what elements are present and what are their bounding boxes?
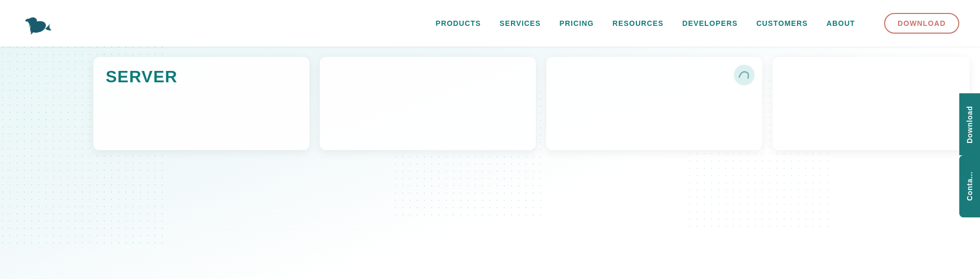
nav-links: PRODUCTS SERVICES PRICING RESOURCES DEVE… (436, 13, 960, 34)
nav-item-about[interactable]: ABOUT (827, 19, 855, 28)
download-button[interactable]: DOWNLOAD (884, 13, 959, 34)
nav-item-customers[interactable]: CUSTOMERS (756, 19, 807, 28)
nav-link-developers[interactable]: DEVELOPERS (683, 19, 738, 27)
card-3 (546, 57, 762, 150)
nav-link-resources[interactable]: RESOURCES (613, 19, 664, 27)
card-2 (320, 57, 536, 150)
svg-point-3 (734, 65, 755, 85)
logo-area (21, 5, 57, 41)
cards-container: SERVER (83, 52, 980, 155)
nav-item-services[interactable]: SERVICES (500, 19, 541, 28)
nav-link-about[interactable]: ABOUT (827, 19, 855, 27)
nav-item-pricing[interactable]: PRICING (560, 19, 594, 28)
nav-link-services[interactable]: SERVICES (500, 19, 541, 27)
side-panel: Download Conta... (959, 93, 980, 217)
nav-item-products[interactable]: PRODUCTS (436, 19, 481, 28)
card-3-icon (731, 62, 757, 88)
side-download-button[interactable]: Download (959, 93, 980, 155)
navbar: PRODUCTS SERVICES PRICING RESOURCES DEVE… (0, 0, 980, 47)
nav-item-download[interactable]: DOWNLOAD (874, 13, 959, 34)
card-server: SERVER (93, 57, 309, 150)
logo-icon (21, 5, 57, 41)
nav-link-products[interactable]: PRODUCTS (436, 19, 481, 27)
card-server-title: SERVER (106, 67, 297, 86)
nav-link-pricing[interactable]: PRICING (560, 19, 594, 27)
card-4 (773, 57, 970, 150)
nav-link-customers[interactable]: CUSTOMERS (756, 19, 807, 27)
main-content: SERVER (0, 47, 980, 279)
nav-item-developers[interactable]: DEVELOPERS (683, 19, 738, 28)
nav-item-resources[interactable]: RESOURCES (613, 19, 664, 28)
side-contact-button[interactable]: Conta... (959, 155, 980, 217)
